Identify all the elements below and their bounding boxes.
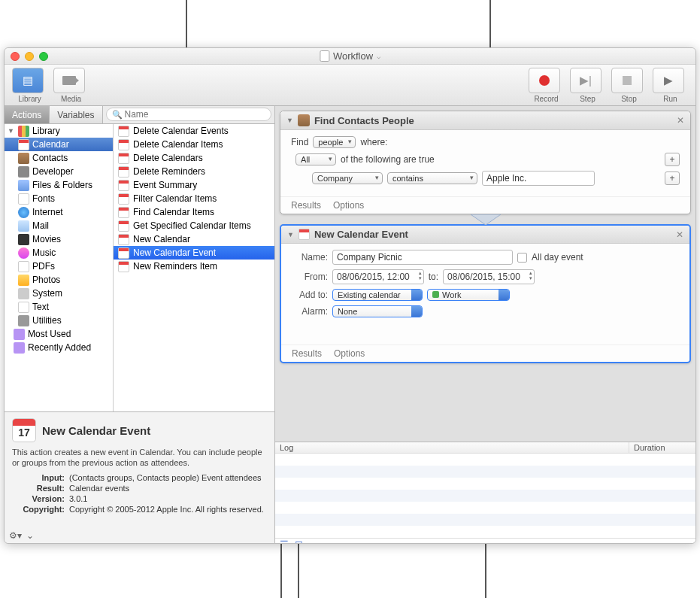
category-label: Files & Folders [32,180,92,190]
category-icon [18,220,29,232]
workflow-pane: ▼ Find Contacts People ✕ Find people whe… [275,106,695,543]
calendar-icon [118,220,129,232]
calendar-icon [118,180,129,191]
log-view-list-icon[interactable]: ☰ [280,539,289,543]
action-item-label: Find Calendar Items [133,207,214,217]
library-item-text[interactable]: Text [5,300,113,314]
library-item-movies[interactable]: Movies [5,232,113,246]
record-button[interactable] [529,68,560,93]
add-rule-button[interactable]: + [665,172,680,185]
field-select[interactable]: Company [312,172,383,184]
action-menu-gear-icon[interactable]: ⚙︎▾ [9,530,22,541]
info-title: New Calendar Event [42,424,150,437]
action-item[interactable]: Delete Calendar Events [114,124,274,138]
media-button[interactable] [53,68,85,93]
library-categories[interactable]: ▼ Library CalendarContactsDeveloperFiles… [5,124,114,411]
library-item-pdfs[interactable]: PDFs [5,260,113,273]
options-tab[interactable]: Options [333,200,364,211]
disclosure-triangle-icon[interactable]: ▼ [8,127,15,135]
from-datetime-stepper[interactable]: 08/06/2015, 12:00 [332,269,424,284]
action-item-label: Delete Calendar Items [133,139,223,150]
event-name-input[interactable] [332,250,513,265]
action-item[interactable]: Filter Calendar Items [114,192,274,205]
category-label: Calendar [32,139,69,150]
to-label: to: [429,272,438,282]
info-description: This action creates a new event in Calen… [12,447,267,469]
remove-action-button[interactable]: ✕ [677,115,684,126]
library-toggle-button[interactable]: ▤ [12,68,44,93]
step-button[interactable]: ▶| [570,68,602,93]
category-label: Movies [32,234,61,244]
action-item[interactable]: New Calendar [114,232,274,246]
library-item-internet[interactable]: Internet [5,205,113,219]
stop-button[interactable] [611,68,643,93]
library-item-files-folders[interactable]: Files & Folders [5,178,113,192]
category-icon [18,275,29,286]
all-day-checkbox[interactable] [517,253,527,263]
operator-select[interactable]: contains [387,172,477,184]
tab-actions[interactable]: Actions [5,106,50,123]
action-item[interactable]: New Calendar Event [114,246,274,260]
search-input[interactable] [106,108,272,121]
library-item-calendar[interactable]: Calendar [5,138,113,151]
to-datetime-stepper[interactable]: 08/06/2015, 15:00 [443,269,535,284]
disclosure-triangle-icon[interactable]: ▼ [286,117,293,124]
category-icon [18,153,29,164]
action-item[interactable]: Delete Calendar Items [114,138,274,151]
library-item-utilities[interactable]: Utilities [5,314,113,327]
action-item-label: Delete Reminders [133,166,205,177]
info-copyright-value: Copyright © 2005-2012 Apple Inc. All rig… [69,505,267,514]
zoom-window-button[interactable] [39,52,48,61]
action-find-contacts-people[interactable]: ▼ Find Contacts People ✕ Find people whe… [280,111,691,214]
action-new-calendar-event[interactable]: ▼ New Calendar Event ✕ Name: All day eve… [280,224,691,363]
find-type-select[interactable]: people [313,136,356,148]
minimize-window-button[interactable] [25,52,34,61]
action-item[interactable]: Find Calendar Items [114,205,274,219]
results-tab[interactable]: Results [291,200,321,211]
calendar-icon [118,193,129,205]
close-window-button[interactable] [11,52,20,61]
library-smart-most-used[interactable]: Most Used [5,327,113,341]
log-column-header[interactable]: Log [275,442,629,453]
addto-select[interactable]: Existing calendar▾ [332,289,423,301]
library-item-mail[interactable]: Mail [5,219,113,232]
run-button[interactable]: ▶ [653,68,684,93]
action-item-label: Delete Calendars [133,153,203,163]
library-item-contacts[interactable]: Contacts [5,151,113,165]
toggle-info-icon[interactable]: ⌄ [26,530,34,541]
match-scope-select[interactable]: All [295,153,336,165]
actions-list[interactable]: Delete Calendar EventsDelete Calendar It… [114,124,274,411]
library-root[interactable]: ▼ Library [5,124,113,138]
results-tab[interactable]: Results [292,348,322,359]
action-item[interactable]: Delete Reminders [114,165,274,178]
workflow-area[interactable]: ▼ Find Contacts People ✕ Find people whe… [275,106,695,442]
action-title: New Calendar Event [314,229,671,240]
category-icon [18,234,29,245]
library-item-music[interactable]: Music [5,246,113,260]
calendar-icon [118,139,129,150]
title-menu-chevron-icon[interactable]: ⌵ [377,53,380,60]
media-icon [62,76,76,85]
automator-window: Workflow ⌵ ▤ Library Media Record ▶| Ste… [4,47,696,544]
disclosure-triangle-icon[interactable]: ▼ [287,231,294,238]
value-input[interactable] [482,171,595,186]
duration-column-header[interactable]: Duration [629,442,695,453]
library-item-system[interactable]: System [5,287,113,300]
alarm-select[interactable]: None▾ [332,305,423,317]
add-rule-group-button[interactable]: + [665,153,680,166]
library-item-fonts[interactable]: Fonts [5,192,113,205]
library-smart-recently-added[interactable]: Recently Added [5,341,113,354]
library-item-developer[interactable]: Developer [5,165,113,178]
action-item[interactable]: Delete Calendars [114,151,274,165]
tab-variables[interactable]: Variables [50,106,102,123]
action-item-label: Delete Calendar Events [133,126,229,136]
action-item[interactable]: Event Summary [114,178,274,192]
library-item-photos[interactable]: Photos [5,273,113,287]
log-view-flow-icon[interactable]: ⊟ [295,539,303,543]
action-item[interactable]: Get Specified Calendar Items [114,219,274,232]
remove-action-button[interactable]: ✕ [676,229,683,240]
category-label: Internet [32,207,63,217]
options-tab[interactable]: Options [334,348,365,359]
action-item[interactable]: New Reminders Item [114,260,274,273]
calendar-select[interactable]: Work▾ [427,289,510,301]
